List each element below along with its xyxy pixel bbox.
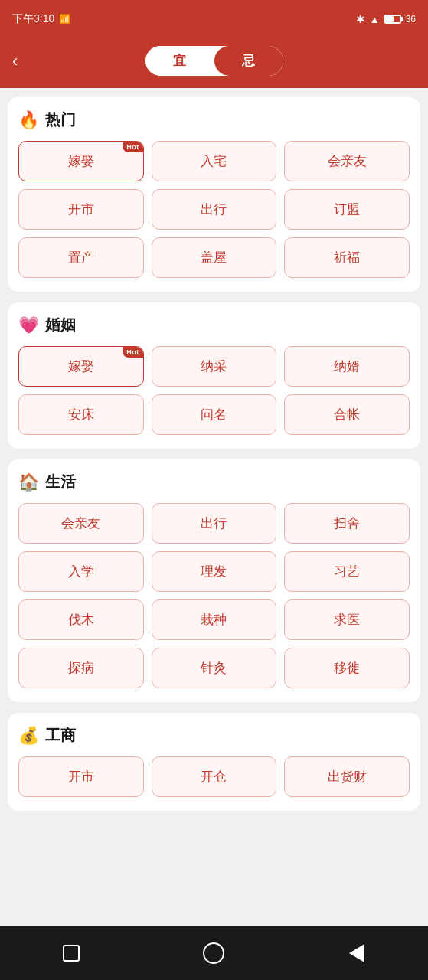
tag-label: 出行 <box>201 516 227 531</box>
tag-btn-开市[interactable]: 开市 <box>18 189 144 230</box>
status-left: 下午3:10 📶 <box>12 12 70 26</box>
section-hot: 🔥热门Hot嫁娶入宅会亲友开市出行订盟置产盖屋祈福 <box>8 97 420 292</box>
section-title-marriage: 💗婚姻 <box>18 315 410 335</box>
tag-btn-针灸[interactable]: 针灸 <box>152 648 277 688</box>
btn-grid-marriage: Hot嫁娶纳采纳婿安床问名合帐 <box>18 346 410 435</box>
tag-btn-会亲友[interactable]: 会亲友 <box>18 503 144 544</box>
circle-icon <box>203 942 224 964</box>
tag-btn-伐木[interactable]: 伐木 <box>18 599 144 640</box>
tag-label: 针灸 <box>201 661 227 675</box>
btn-grid-life: 会亲友出行扫舍入学理发习艺伐木栽种求医探病针灸移徙 <box>18 503 410 688</box>
tag-label: 开仓 <box>201 769 227 784</box>
tag-btn-纳采[interactable]: 纳采 <box>152 346 277 387</box>
section-title-text-business: 工商 <box>45 725 76 746</box>
tag-label: 纳婿 <box>334 359 360 374</box>
tab-yi[interactable]: 宜 <box>145 46 214 76</box>
tag-btn-祈福[interactable]: 祈福 <box>284 237 410 278</box>
header: ‹ 宜 忌 <box>0 38 428 88</box>
tag-btn-合帐[interactable]: 合帐 <box>284 394 410 435</box>
tag-btn-出行[interactable]: 出行 <box>152 189 277 230</box>
tag-label: 出行 <box>201 202 227 217</box>
tag-label: 嫁娶 <box>68 359 94 374</box>
square-icon <box>63 945 80 962</box>
section-title-text-life: 生活 <box>45 472 76 492</box>
back-triangle-icon <box>349 944 364 962</box>
section-title-hot: 🔥热门 <box>18 109 410 130</box>
tag-label: 置产 <box>68 250 94 265</box>
back-button-nav[interactable] <box>343 939 371 967</box>
tag-btn-置产[interactable]: 置产 <box>18 237 144 278</box>
tag-label: 理发 <box>201 564 227 579</box>
tag-label: 安床 <box>68 407 94 422</box>
section-icon-business: 💰 <box>18 726 39 746</box>
home-button[interactable] <box>200 939 227 967</box>
section-icon-marriage: 💗 <box>18 315 39 335</box>
section-icon-life: 🏠 <box>18 472 39 492</box>
tag-btn-盖屋[interactable]: 盖屋 <box>152 237 277 278</box>
section-marriage: 💗婚姻Hot嫁娶纳采纳婿安床问名合帐 <box>8 302 420 449</box>
tag-btn-探病[interactable]: 探病 <box>18 648 144 688</box>
square-button[interactable] <box>57 939 85 967</box>
tag-label: 嫁娶 <box>68 154 94 168</box>
tag-btn-问名[interactable]: 问名 <box>152 394 277 435</box>
tag-btn-纳婿[interactable]: 纳婿 <box>284 346 410 387</box>
tag-btn-会亲友[interactable]: 会亲友 <box>284 141 410 181</box>
signal-icons: 📶 <box>59 14 70 24</box>
tag-btn-习艺[interactable]: 习艺 <box>284 551 410 592</box>
tag-btn-栽种[interactable]: 栽种 <box>152 599 277 640</box>
tag-label: 合帐 <box>334 407 360 422</box>
time-display: 下午3:10 <box>12 12 54 26</box>
tag-label: 求医 <box>334 612 360 627</box>
tag-label: 移徙 <box>334 661 360 675</box>
tag-label: 纳采 <box>201 359 227 374</box>
tag-btn-入宅[interactable]: 入宅 <box>152 141 277 181</box>
tag-label: 盖屋 <box>201 250 227 265</box>
wifi-icon: ▲ <box>370 14 380 25</box>
btn-grid-hot: Hot嫁娶入宅会亲友开市出行订盟置产盖屋祈福 <box>18 141 410 278</box>
tag-label: 栽种 <box>201 612 227 627</box>
tag-label: 习艺 <box>334 564 360 579</box>
battery-icon <box>384 15 401 24</box>
tag-btn-嫁娶[interactable]: Hot嫁娶 <box>18 141 144 181</box>
status-bar: 下午3:10 📶 ✱ ▲ 36 <box>0 0 428 38</box>
tag-btn-订盟[interactable]: 订盟 <box>284 189 410 230</box>
tag-label: 订盟 <box>334 202 360 217</box>
tab-switch: 宜 忌 <box>145 46 283 76</box>
battery-percent: 36 <box>406 14 416 24</box>
tag-btn-嫁娶[interactable]: Hot嫁娶 <box>18 346 144 387</box>
tab-ji[interactable]: 忌 <box>214 46 283 76</box>
section-life: 🏠生活会亲友出行扫舍入学理发习艺伐木栽种求医探病针灸移徙 <box>8 459 420 702</box>
tag-btn-开市[interactable]: 开市 <box>18 756 144 797</box>
section-title-life: 🏠生活 <box>18 472 410 492</box>
section-title-text-marriage: 婚姻 <box>45 315 76 335</box>
tag-btn-出货财[interactable]: 出货财 <box>284 756 410 797</box>
tag-label: 会亲友 <box>328 154 367 168</box>
tag-label: 会亲友 <box>61 516 100 531</box>
hot-ribbon: Hot <box>123 142 143 152</box>
section-title-business: 💰工商 <box>18 725 410 746</box>
tag-label: 开市 <box>68 202 94 217</box>
tag-label: 扫舍 <box>334 516 360 531</box>
bottom-navigation <box>0 926 428 980</box>
bluetooth-icon: ✱ <box>356 13 365 25</box>
status-right: ✱ ▲ 36 <box>356 13 416 25</box>
btn-grid-business: 开市开仓出货财 <box>18 756 410 797</box>
tag-btn-安床[interactable]: 安床 <box>18 394 144 435</box>
tag-btn-入学[interactable]: 入学 <box>18 551 144 592</box>
back-button[interactable]: ‹ <box>12 51 18 71</box>
tag-btn-出行[interactable]: 出行 <box>152 503 277 544</box>
tag-btn-求医[interactable]: 求医 <box>284 599 410 640</box>
hot-ribbon: Hot <box>123 347 143 358</box>
tag-btn-开仓[interactable]: 开仓 <box>152 756 277 797</box>
main-content: 🔥热门Hot嫁娶入宅会亲友开市出行订盟置产盖屋祈福💗婚姻Hot嫁娶纳采纳婿安床问… <box>0 88 428 926</box>
tag-label: 探病 <box>68 661 94 675</box>
section-business: 💰工商开市开仓出货财 <box>8 713 420 811</box>
tag-label: 入宅 <box>201 154 227 168</box>
tag-label: 出货财 <box>328 769 367 784</box>
tag-btn-理发[interactable]: 理发 <box>152 551 277 592</box>
tag-label: 开市 <box>68 769 94 784</box>
tag-btn-扫舍[interactable]: 扫舍 <box>284 503 410 544</box>
tag-btn-移徙[interactable]: 移徙 <box>284 648 410 688</box>
battery-fill <box>386 16 394 22</box>
section-title-text-hot: 热门 <box>45 109 76 130</box>
